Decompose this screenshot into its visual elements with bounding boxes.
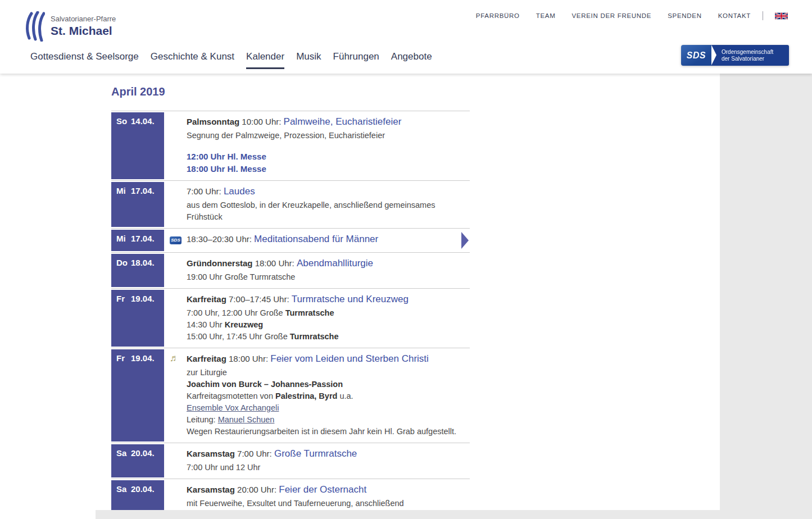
event-body: Segnung der Palmzweige, Prozession, Euch… bbox=[187, 130, 459, 175]
text-segment: Karsamstag bbox=[187, 485, 237, 494]
nav-fuehrungen[interactable]: Führungen bbox=[333, 51, 379, 69]
text-segment: Wegen Restaurierungsarbeiten ist in dies… bbox=[187, 427, 456, 436]
event-day: Sa bbox=[116, 448, 131, 477]
text-segment: 10:00 Uhr: bbox=[242, 117, 283, 126]
event-date: 18.04. bbox=[131, 258, 155, 287]
event-date: 17.04. bbox=[131, 234, 155, 251]
nav-angebote[interactable]: Angebote bbox=[391, 51, 432, 69]
nav-gottesdienst-seelsorge[interactable]: Gottesdienst & Seelsorge bbox=[30, 51, 139, 69]
text-segment: 7:00 Uhr und 12 Uhr bbox=[187, 463, 260, 472]
utility-nav-pfarrbuero[interactable]: PFARRBÜRO bbox=[476, 12, 520, 19]
event-row: Do 18.04. Gründonnerstag 18:00 Uhr: Aben… bbox=[111, 252, 470, 288]
event-time-link[interactable]: 18:00 Uhr Hl. Messe bbox=[187, 164, 266, 174]
text-segment: 7:00–17:45 Uhr: bbox=[229, 294, 292, 304]
utility-nav-verein-der-freunde[interactable]: VEREIN DER FREUNDE bbox=[571, 12, 651, 19]
utility-nav-team[interactable]: TEAM bbox=[536, 12, 556, 19]
event-heading: 7:00 Uhr: Laudes bbox=[187, 184, 459, 199]
utility-nav-kontakt[interactable]: KONTAKT bbox=[718, 12, 751, 19]
event-row: Fr 19.04. ♬ Karfreitag 18:00 Uhr: Feier … bbox=[111, 348, 470, 443]
sds-logo-text-line1: Ordensgemeinschaft bbox=[722, 49, 789, 56]
text-segment: 18:30–20:30 Uhr: bbox=[187, 234, 254, 244]
event-link[interactable]: Manuel Schuen bbox=[218, 415, 275, 424]
brand-text: Salvatorianer-Pfarre St. Michael bbox=[51, 11, 116, 38]
text-segment: Joachim von Burck – Johannes-Passion bbox=[187, 380, 343, 389]
text-segment: 7:00 Uhr: bbox=[187, 186, 224, 196]
event-title-link[interactable]: Turmratsche und Kreuzweg bbox=[292, 294, 409, 304]
event-detail-line: 7:00 Uhr, 12:00 Uhr Große Turmratsche bbox=[187, 307, 459, 319]
text-segment: Palestrina, Byrd bbox=[275, 391, 337, 400]
event-day: So bbox=[116, 116, 131, 179]
event-title-link[interactable]: Feier der Osternacht bbox=[279, 484, 366, 495]
page-title: April 2019 bbox=[111, 85, 812, 98]
event-heading: Palmsonntag 10:00 Uhr: Palmweihe, Euchar… bbox=[187, 115, 459, 129]
event-body: 7:00 Uhr, 12:00 Uhr Große Turmratsche14:… bbox=[187, 307, 459, 343]
event-detail-line: aus dem Gotteslob, in der Kreuzkapelle, … bbox=[187, 199, 459, 223]
event-date-box: Fr 19.04. bbox=[111, 290, 164, 347]
event-content: Karsamstag 7:00 Uhr: Große Turmratsche 7… bbox=[164, 443, 470, 479]
event-heading: 18:30–20:30 Uhr: Meditationsabend für Mä… bbox=[187, 232, 459, 247]
nav-kalender[interactable]: Kalender bbox=[246, 51, 284, 69]
event-detail-line: 12:00 Uhr Hl. Messe bbox=[187, 151, 459, 163]
event-title-link[interactable]: Meditationsabend für Männer bbox=[254, 234, 378, 244]
event-link[interactable]: Ensemble Vox Archangeli bbox=[187, 403, 279, 412]
text-segment: Turmratsche bbox=[285, 308, 334, 317]
sds-logo-text: Ordensgemeinschaft der Salvatorianer bbox=[711, 45, 789, 66]
background-right-panel bbox=[720, 74, 812, 519]
event-list: So 14.04. Palmsonntag 10:00 Uhr: Palmwei… bbox=[111, 111, 470, 519]
event-arrow-icon[interactable] bbox=[461, 232, 469, 249]
brand-logo-icon bbox=[25, 11, 45, 44]
uk-flag-icon[interactable] bbox=[775, 12, 788, 20]
main-content: April 2019 So 14.04. Palmsonntag 10:00 U… bbox=[0, 85, 812, 519]
utility-nav-spenden[interactable]: SPENDEN bbox=[668, 12, 702, 19]
event-date-box: Mi 17.04. bbox=[111, 230, 164, 251]
event-day: Do bbox=[116, 258, 131, 287]
event-title-link[interactable]: Palmweihe, Eucharistiefeier bbox=[284, 116, 402, 127]
event-date: 19.04. bbox=[131, 294, 155, 347]
text-segment: Kreuzweg bbox=[225, 320, 264, 329]
event-row: Mi 17.04. SDS 18:30–20:30 Uhr: Meditatio… bbox=[111, 228, 470, 252]
event-title-link[interactable]: Große Turmratsche bbox=[274, 448, 357, 459]
event-body: zur LiturgieJoachim von Burck – Johannes… bbox=[187, 367, 459, 438]
event-heading: Karfreitag 7:00–17:45 Uhr: Turmratsche u… bbox=[187, 292, 459, 307]
event-detail-line: 19:00 Uhr Große Turmratsche bbox=[187, 271, 459, 283]
event-row: Sa 20.04. Karsamstag 7:00 Uhr: Große Tur… bbox=[111, 443, 470, 479]
event-content: 18:30–20:30 Uhr: Meditationsabend für Mä… bbox=[164, 229, 470, 252]
text-segment: zur Liturgie bbox=[187, 368, 227, 377]
nav-musik[interactable]: Musik bbox=[296, 51, 321, 69]
text-segment: u.a. bbox=[337, 391, 353, 400]
main-nav: Gottesdienst & Seelsorge Geschichte & Ku… bbox=[30, 51, 432, 69]
event-title-link[interactable]: Feier vom Leiden und Sterben Christi bbox=[270, 353, 429, 364]
brand-logo[interactable]: Salvatorianer-Pfarre St. Michael bbox=[25, 11, 116, 44]
brand-supertitle: Salvatorianer-Pfarre bbox=[51, 15, 116, 23]
event-title-link[interactable]: Laudes bbox=[224, 186, 255, 197]
event-detail-line: Wegen Restaurierungsarbeiten ist in dies… bbox=[187, 426, 459, 438]
event-body: 19:00 Uhr Große Turmratsche bbox=[187, 271, 459, 283]
text-segment: 14:30 Uhr bbox=[187, 320, 225, 329]
text-segment: 18:00 Uhr: bbox=[255, 258, 297, 268]
event-date: 17.04. bbox=[131, 186, 155, 227]
event-body: 7:00 Uhr und 12 Uhr bbox=[187, 462, 459, 474]
text-segment: Palmsonntag bbox=[187, 117, 242, 126]
event-content: Palmsonntag 10:00 Uhr: Palmweihe, Euchar… bbox=[164, 111, 470, 180]
event-time-link[interactable]: 12:00 Uhr Hl. Messe bbox=[187, 152, 266, 161]
event-content: Karfreitag 7:00–17:45 Uhr: Turmratsche u… bbox=[164, 289, 470, 348]
event-detail-line: Karfreitagsmotetten von Palestrina, Byrd… bbox=[187, 390, 459, 402]
sds-order-logo[interactable]: SDS Ordensgemeinschaft der Salvatorianer bbox=[681, 45, 789, 66]
event-detail-line: 15:00 Uhr, 17:45 Uhr Große Turmratsche bbox=[187, 331, 459, 343]
event-detail-line: 18:00 Uhr Hl. Messe bbox=[187, 163, 459, 175]
event-date-box: Sa 20.04. bbox=[111, 444, 164, 477]
event-date: 14.04. bbox=[131, 116, 155, 179]
event-detail-line: 14:30 Uhr Kreuzweg bbox=[187, 319, 459, 331]
text-segment: Karfreitagsmotetten von bbox=[187, 391, 275, 400]
event-heading: Karfreitag 18:00 Uhr: Feier vom Leiden u… bbox=[187, 352, 459, 366]
nav-geschichte-kunst[interactable]: Geschichte & Kunst bbox=[151, 51, 234, 69]
text-segment: Karsamstag bbox=[187, 449, 237, 458]
background-bottom-strip bbox=[96, 510, 812, 519]
text-segment: Gründonnerstag bbox=[187, 258, 255, 268]
text-segment: 7:00 Uhr: bbox=[237, 449, 274, 458]
event-title-link[interactable]: Abendmahlliturgie bbox=[297, 258, 373, 268]
event-day: Mi bbox=[116, 234, 131, 251]
text-segment: Karfreitag bbox=[187, 294, 229, 304]
event-date-box: So 14.04. bbox=[111, 112, 164, 179]
text-segment: 18:00 Uhr: bbox=[229, 354, 270, 363]
